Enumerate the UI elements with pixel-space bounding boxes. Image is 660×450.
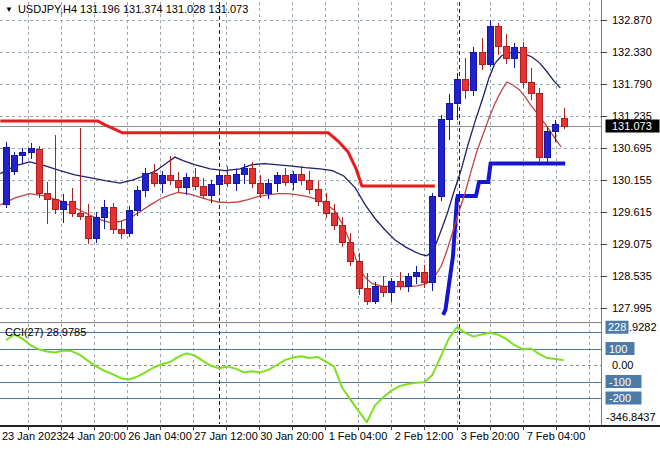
candle-body — [545, 132, 551, 157]
candle-body — [324, 201, 330, 213]
cci-zero-label: 0.00 — [612, 359, 633, 371]
candle-body — [455, 80, 461, 104]
candle-body — [4, 147, 10, 204]
support-step-line — [443, 164, 565, 315]
candle-body — [209, 185, 215, 196]
time-axis-label: 26 Jan 04:00 — [128, 430, 192, 442]
candle-body — [135, 191, 141, 211]
current-price-chip-text: 131.073 — [612, 120, 652, 132]
candle-body — [422, 272, 428, 283]
candle-body — [430, 197, 436, 283]
candle-body — [78, 213, 84, 217]
chart-canvas[interactable]: 132.870132.330131.790131.235130.695130.1… — [0, 0, 660, 450]
candle-body — [381, 286, 387, 292]
price-axis-label: 132.330 — [612, 46, 652, 58]
candle-body — [365, 289, 371, 302]
candle-body — [193, 178, 199, 186]
candle-body — [389, 282, 395, 293]
cci-min-label: -346.8437 — [606, 411, 656, 423]
candle-body — [29, 148, 35, 153]
candle-body — [439, 120, 445, 197]
candle-body — [357, 262, 363, 289]
candle-body — [70, 201, 76, 213]
candle-body — [37, 149, 43, 193]
candle-body — [496, 26, 502, 46]
candle-body — [225, 175, 231, 183]
cci-line — [6, 327, 564, 422]
time-axis-label: 30 Jan 20:00 — [260, 430, 324, 442]
candle-body — [332, 213, 338, 225]
candle-body — [406, 277, 412, 286]
candle-body — [102, 207, 108, 218]
candle-body — [447, 103, 453, 120]
candle-body — [348, 243, 354, 262]
candle-body — [184, 178, 190, 187]
candle-body — [61, 201, 67, 209]
price-axis-label: 130.695 — [612, 142, 652, 154]
cci-max-label-int: 228 — [608, 321, 626, 333]
candle-body — [340, 225, 346, 243]
candle-body — [152, 173, 158, 184]
dropdown-arrow-icon[interactable]: ▼ — [5, 5, 13, 14]
price-axis-label: 127.995 — [612, 302, 652, 314]
time-axis-label: 1 Feb 04:00 — [329, 430, 388, 442]
candle-body — [242, 168, 248, 174]
candle-body — [20, 153, 26, 155]
candle-body — [299, 174, 305, 180]
time-axis-label: 23 Jan 2023 — [2, 430, 63, 442]
candle-body — [521, 48, 527, 82]
candle-body — [553, 125, 559, 132]
candle-body — [463, 80, 469, 91]
candle-body — [471, 52, 477, 90]
candle-body — [480, 52, 486, 64]
candle-body — [127, 211, 133, 233]
price-axis-label: 128.535 — [612, 270, 652, 282]
candle-body — [111, 207, 117, 229]
candle-body — [12, 155, 18, 172]
candle-body — [529, 82, 535, 94]
candle-body — [307, 180, 313, 189]
candle-body — [537, 94, 543, 157]
candle-body — [250, 168, 256, 183]
chart-window: 132.870132.330131.790131.235130.695130.1… — [0, 0, 660, 450]
price-axis-label: 129.615 — [612, 206, 652, 218]
candle-body — [512, 48, 518, 59]
candle-body — [168, 175, 174, 180]
candle-body — [160, 175, 166, 183]
price-axis-label: 131.790 — [612, 78, 652, 90]
time-axis-label: 24 Jan 20:00 — [62, 430, 126, 442]
candle-body — [94, 218, 100, 238]
candle-body — [398, 282, 404, 287]
price-axis-label: 129.075 — [612, 238, 652, 250]
time-axis-label: 7 Feb 04:00 — [527, 430, 586, 442]
candle-body — [414, 272, 420, 277]
candle-body — [562, 119, 568, 126]
candle-body — [258, 184, 264, 193]
candle-body — [488, 26, 494, 64]
candle-body — [373, 286, 379, 301]
candle-body — [283, 175, 289, 182]
cci-max-label-frac: .9282 — [629, 321, 657, 333]
candle-body — [504, 47, 510, 59]
time-axis-label: 27 Jan 12:00 — [194, 430, 258, 442]
price-axis-label: 132.870 — [612, 14, 652, 26]
candle-body — [119, 230, 125, 234]
cci-level-chip-text: 100 — [609, 343, 627, 355]
candle-body — [291, 174, 297, 182]
candle-body — [176, 180, 182, 187]
candle-body — [45, 193, 51, 199]
candle-body — [143, 173, 149, 191]
cci-level-chip-text: -200 — [609, 392, 631, 404]
candle-body — [275, 175, 281, 183]
price-axis-label: 130.155 — [612, 174, 652, 186]
candle-body — [201, 186, 207, 195]
time-axis-label: 2 Feb 12:00 — [395, 430, 454, 442]
candle-body — [266, 184, 272, 193]
time-axis-label: 3 Feb 20:00 — [461, 430, 520, 442]
candle-body — [86, 217, 92, 238]
cci-level-chip-text: -100 — [609, 376, 631, 388]
candle-body — [234, 174, 240, 183]
candle-body — [53, 199, 59, 210]
candle-body — [316, 190, 322, 202]
candle-body — [217, 175, 223, 184]
